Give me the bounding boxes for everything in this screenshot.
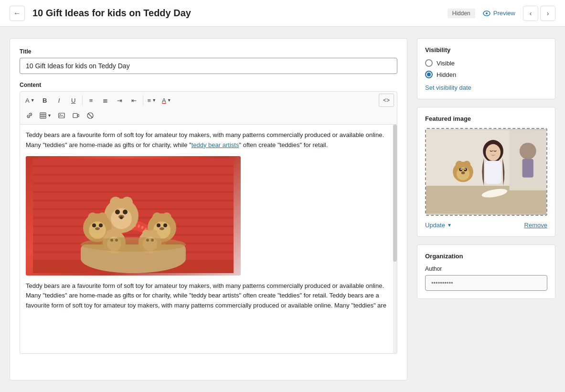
table-caret-icon: ▼ xyxy=(47,113,52,118)
svg-point-76 xyxy=(464,169,466,170)
svg-point-57 xyxy=(150,230,158,237)
svg-point-34 xyxy=(120,216,123,219)
status-badge: Hidden xyxy=(448,9,475,18)
svg-rect-14 xyxy=(33,167,234,174)
svg-point-56 xyxy=(142,230,150,237)
set-visibility-link[interactable]: Set visibility date xyxy=(425,84,471,91)
svg-point-69 xyxy=(456,161,463,169)
update-button[interactable]: Update ▼ xyxy=(425,222,452,229)
visibility-panel: Visibility Visible Hidden Set visibility… xyxy=(417,38,555,99)
svg-point-66 xyxy=(520,143,536,159)
editor-scrollbar[interactable] xyxy=(393,125,397,353)
toolbar-sep-2 xyxy=(143,95,143,106)
editor-image xyxy=(26,156,241,275)
indent-button[interactable]: ⇥ xyxy=(113,94,127,107)
editor-image-container xyxy=(26,156,391,275)
svg-rect-67 xyxy=(522,159,533,178)
source-button[interactable]: <> xyxy=(379,94,394,107)
svg-rect-79 xyxy=(485,161,501,184)
svg-point-46 xyxy=(157,223,160,227)
italic-button[interactable]: I xyxy=(53,94,66,107)
page-title: 10 Gift Ideas for kids on Teddy Day xyxy=(32,8,440,19)
svg-point-78 xyxy=(486,144,501,161)
top-bar: ← 10 Gift Ideas for kids on Teddy Day Hi… xyxy=(0,0,565,27)
svg-point-31 xyxy=(115,210,120,214)
underline-button[interactable]: U xyxy=(67,94,80,107)
visible-radio[interactable] xyxy=(425,59,433,67)
svg-point-47 xyxy=(163,223,167,227)
image-button[interactable] xyxy=(55,109,68,122)
svg-point-40 xyxy=(99,223,103,227)
svg-point-41 xyxy=(95,227,100,230)
svg-point-39 xyxy=(92,223,96,227)
svg-rect-17 xyxy=(33,193,234,200)
svg-point-50 xyxy=(107,230,114,237)
svg-point-74 xyxy=(461,171,465,174)
content-paragraph-1: Teddy bears are a favourite form of soft… xyxy=(26,130,391,150)
preview-button[interactable]: Preview xyxy=(483,10,515,17)
svg-rect-15 xyxy=(33,176,234,182)
main-content: Title Content A ▼ B I U ≡ ≣ ⇥ ⇤ xyxy=(0,27,565,392)
svg-rect-2 xyxy=(40,113,46,118)
teddy-artists-link[interactable]: teddy bear artists xyxy=(192,141,239,148)
svg-point-75 xyxy=(460,169,462,170)
image-actions: Update ▼ Remove xyxy=(425,222,547,229)
font-dropdown[interactable]: A ▼ xyxy=(23,94,37,107)
svg-point-48 xyxy=(160,227,164,230)
font-caret-icon: ▼ xyxy=(31,98,35,103)
featured-image-box[interactable] xyxy=(425,128,547,216)
organization-panel: Organization Author xyxy=(417,244,555,299)
teddy-basket-svg xyxy=(33,159,234,273)
outdent-button[interactable]: ⇤ xyxy=(128,94,141,107)
svg-point-1 xyxy=(486,12,488,14)
svg-point-8 xyxy=(60,114,61,115)
featured-image-title: Featured image xyxy=(425,115,547,122)
block-button[interactable] xyxy=(84,109,97,122)
author-input[interactable] xyxy=(425,275,547,291)
title-input[interactable] xyxy=(20,58,397,74)
link-icon xyxy=(26,112,33,119)
link-button[interactable] xyxy=(23,109,36,122)
svg-point-44 xyxy=(162,212,171,222)
nav-buttons: ‹ › xyxy=(523,6,555,21)
svg-point-28 xyxy=(110,197,121,208)
align-dropdown[interactable]: ≡ ▼ xyxy=(145,94,159,107)
svg-point-43 xyxy=(152,212,162,222)
eye-icon xyxy=(483,10,490,17)
sidebar: Visibility Visible Hidden Set visibility… xyxy=(417,38,555,381)
next-button[interactable]: › xyxy=(540,6,555,21)
video-button[interactable] xyxy=(69,109,83,122)
hidden-option[interactable]: Hidden xyxy=(425,71,547,78)
align-icon: ≡ xyxy=(148,97,151,104)
image-icon xyxy=(58,112,65,119)
scrollbar-thumb[interactable] xyxy=(393,125,397,262)
svg-rect-13 xyxy=(33,159,234,165)
back-button[interactable]: ← xyxy=(10,6,25,21)
color-dropdown[interactable]: A ▼ xyxy=(160,94,174,107)
svg-rect-9 xyxy=(73,114,77,118)
remove-button[interactable]: Remove xyxy=(524,222,547,229)
table-icon xyxy=(40,112,46,119)
organization-title: Organization xyxy=(425,253,547,260)
font-icon: A xyxy=(25,97,30,104)
bold-button[interactable]: B xyxy=(38,94,52,107)
svg-line-11 xyxy=(88,114,92,118)
content-paragraph-2: Teddy bears are a favourite form of soft… xyxy=(26,281,391,311)
unordered-list-button[interactable]: ≡ xyxy=(85,94,98,107)
hidden-label: Hidden xyxy=(437,71,456,78)
table-dropdown[interactable]: ▼ xyxy=(37,109,54,122)
featured-image-preview xyxy=(426,129,546,215)
align-caret-icon: ▼ xyxy=(152,98,156,103)
hidden-radio[interactable] xyxy=(425,71,433,78)
author-label: Author xyxy=(425,265,547,272)
toolbar-sep-1 xyxy=(82,95,83,106)
prev-button[interactable]: ‹ xyxy=(523,6,538,21)
featured-image-svg xyxy=(426,129,546,215)
visible-option[interactable]: Visible xyxy=(425,59,547,67)
editor-content[interactable]: Teddy bears are a favourite form of soft… xyxy=(20,125,397,354)
update-caret-icon: ▼ xyxy=(447,222,452,228)
svg-point-36 xyxy=(88,212,97,222)
ordered-list-button[interactable]: ≣ xyxy=(99,94,112,107)
color-icon: A xyxy=(162,97,166,104)
content-label: Content xyxy=(20,82,397,88)
